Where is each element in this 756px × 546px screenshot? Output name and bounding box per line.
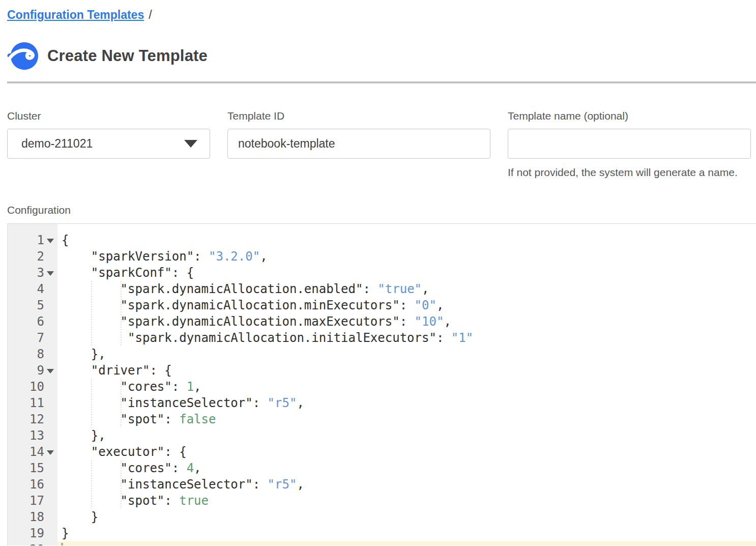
- cluster-select[interactable]: demo-211021: [7, 129, 210, 159]
- line-number: 6: [8, 313, 57, 330]
- code-line[interactable]: "instanceSelector": "r5",: [57, 395, 756, 411]
- template-form: Cluster demo-211021 Template ID Template…: [7, 109, 756, 179]
- line-number: 13: [8, 427, 57, 444]
- line-number: 19: [8, 525, 57, 541]
- code-line[interactable]: "sparkVersion": "3.2.0",: [57, 248, 756, 265]
- line-number: 3: [8, 265, 57, 281]
- line-number: 5: [8, 297, 57, 313]
- text-cursor: [61, 543, 63, 545]
- line-number: 14: [8, 444, 57, 460]
- ocean-wave-logo-icon: [7, 41, 39, 71]
- template-name-field: Template name (optional) If not provided…: [508, 109, 751, 179]
- breadcrumb-separator: /: [149, 8, 152, 21]
- line-number: 2: [8, 248, 57, 265]
- configuration-code-editor[interactable]: 1234567891011121314151617181920 { "spark…: [7, 223, 756, 545]
- create-template-page: Configuration Templates/ Create New Temp…: [0, 0, 756, 546]
- code-line[interactable]: }: [57, 509, 756, 525]
- page-title: Create New Template: [47, 47, 208, 65]
- line-number: 20: [8, 541, 57, 545]
- cluster-label: Cluster: [7, 109, 210, 123]
- line-number: 17: [8, 493, 57, 509]
- code-line[interactable]: }: [57, 525, 756, 541]
- code-line[interactable]: "spot": true: [57, 493, 756, 509]
- template-name-input[interactable]: [508, 129, 751, 159]
- breadcrumb: Configuration Templates/: [7, 7, 756, 22]
- code-line[interactable]: "spark.dynamicAllocation.maxExecutors": …: [57, 313, 756, 330]
- header-divider: [7, 81, 756, 83]
- code-line[interactable]: "driver": {: [57, 362, 756, 379]
- template-name-helper-text: If not provided, the system will generat…: [508, 166, 751, 179]
- template-id-input[interactable]: [227, 129, 490, 159]
- line-number: 16: [8, 476, 57, 493]
- line-number: 1: [8, 232, 57, 248]
- code-line[interactable]: "instanceSelector": "r5",: [57, 476, 756, 493]
- code-line[interactable]: "spark.dynamicAllocation.initialExecutor…: [57, 330, 756, 346]
- line-number: 15: [8, 460, 57, 476]
- chevron-down-icon: [184, 140, 197, 148]
- code-line[interactable]: "spark.dynamicAllocation.enabled": "true…: [57, 281, 756, 297]
- code-line[interactable]: "executor": {: [57, 444, 756, 460]
- fold-toggle-icon[interactable]: [47, 271, 54, 276]
- code-line[interactable]: "cores": 1,: [57, 379, 756, 395]
- line-number: 18: [8, 509, 57, 525]
- code-line[interactable]: "sparkConf": {: [57, 265, 756, 281]
- cluster-field: Cluster demo-211021: [7, 109, 210, 179]
- template-name-label: Template name (optional): [508, 109, 751, 123]
- template-id-label: Template ID: [227, 109, 490, 123]
- line-number: 4: [8, 281, 57, 297]
- configuration-label: Configuration: [7, 204, 756, 217]
- cluster-selected-value: demo-211021: [21, 137, 93, 151]
- line-number: 11: [8, 395, 57, 411]
- line-number: 8: [8, 346, 57, 362]
- line-number: 7: [8, 330, 57, 346]
- template-id-field: Template ID: [227, 109, 490, 179]
- fold-toggle-icon[interactable]: [47, 369, 54, 373]
- code-line[interactable]: "spot": false: [57, 411, 756, 427]
- editor-gutter: 1234567891011121314151617181920: [8, 224, 57, 545]
- line-number: 12: [8, 411, 57, 427]
- line-number: 9: [8, 362, 57, 379]
- code-line[interactable]: },: [57, 346, 756, 362]
- code-line[interactable]: {: [57, 232, 756, 248]
- code-line[interactable]: "cores": 4,: [57, 460, 756, 476]
- editor-code[interactable]: { "sparkVersion": "3.2.0", "sparkConf": …: [57, 224, 756, 545]
- fold-toggle-icon[interactable]: [47, 239, 54, 243]
- code-line[interactable]: },: [57, 427, 756, 444]
- breadcrumb-link-configuration-templates[interactable]: Configuration Templates: [7, 8, 144, 21]
- code-line[interactable]: "spark.dynamicAllocation.minExecutors": …: [57, 297, 756, 313]
- fold-toggle-icon[interactable]: [47, 450, 54, 455]
- code-line-active[interactable]: [57, 541, 756, 545]
- page-header: Create New Template: [7, 41, 756, 71]
- line-number: 10: [8, 379, 57, 395]
